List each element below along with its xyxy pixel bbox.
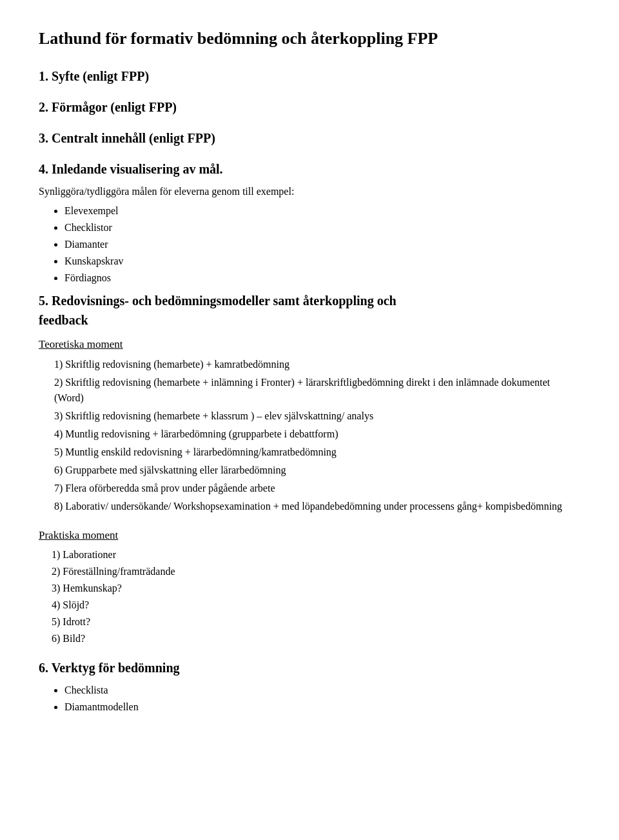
section3-heading: 3. Centralt innehåll (enligt FPP) [39,128,580,148]
list-item: Diamanter [64,237,580,252]
list-item: 6) Bild? [52,631,580,646]
list-item: 1) Skriftlig redovisning (hemarbete) + k… [52,357,580,372]
list-item: 4) Slöjd? [52,597,580,613]
section1-heading: 1. Syfte (enligt FPP) [39,66,580,86]
section6-heading: 6. Verktyg för bedömning [39,658,580,677]
list-item: Kunskapskrav [64,254,580,269]
list-item: 1) Laborationer [52,547,580,563]
list-item: Diamantmodellen [64,699,580,715]
list-item: 3) Skriftlig redovisning (hemarbete + kl… [52,408,580,424]
praktiska-moment-heading: Praktiska moment [39,527,580,544]
list-item: 3) Hemkunskap? [52,581,580,596]
section5-heading-normal: feedback [39,313,88,327]
section6-bullet-list: Checklista Diamantmodellen [64,683,580,715]
page-title: Lathund för formativ bedömning och återk… [39,26,580,51]
list-item: 5) Idrott? [52,614,580,630]
section4-heading: 4. Inledande visualisering av mål. [39,159,580,179]
section5-heading-block: 5. Redovisnings- och bedömningsmodeller … [39,291,580,330]
section2-heading: 2. Förmågor (enligt FPP) [39,97,580,117]
praktiska-list: 1) Laborationer 2) Föreställning/framträ… [52,547,580,646]
list-item: 6) Grupparbete med självskattning eller … [52,463,580,478]
teoretiska-moment-heading: Teoretiska moment [39,336,580,353]
list-item: 8) Laborativ/ undersökande/ Workshopsexa… [52,499,580,514]
list-item: 2) Skriftlig redovisning (hemarbete + in… [52,375,580,406]
list-item: Elevexempel [64,203,580,219]
list-item: 5) Muntlig enskild redovisning + lärarbe… [52,445,580,460]
list-item: Fördiagnos [64,270,580,286]
list-item: 7) Flera oförberedda små prov under pågå… [52,481,580,496]
teoretiska-list: 1) Skriftlig redovisning (hemarbete) + k… [52,357,580,514]
list-item: Checklistor [64,220,580,235]
section4-bullet-list: Elevexempel Checklistor Diamanter Kunska… [64,203,580,286]
list-item: 4) Muntlig redovisning + lärarbedömning … [52,426,580,442]
section4-intro: Synliggöra/tydliggöra målen för eleverna… [39,184,580,199]
list-item: Checklista [64,683,580,698]
list-item: 2) Föreställning/framträdande [52,564,580,579]
section5-heading-bold: 5. Redovisnings- och bedömningsmodeller … [39,294,397,308]
